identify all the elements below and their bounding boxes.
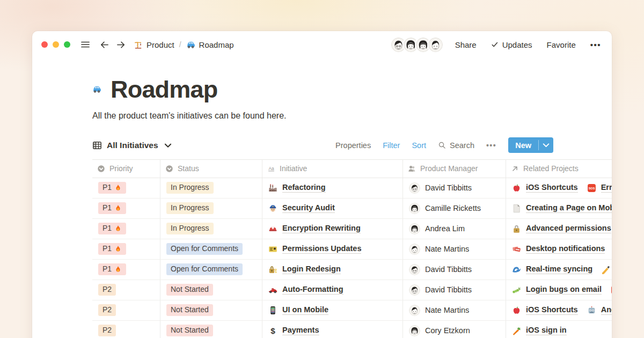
product-manager-cell[interactable]: Cory Etzkorn [402,321,506,338]
person-chip[interactable]: Nate Martins [409,305,469,316]
priority-cell[interactable]: P1 [92,239,160,259]
page-title[interactable]: Roadmap [111,76,217,103]
filter-button[interactable]: Filter [383,141,400,150]
page-link[interactable]: Login Redesign [268,264,341,274]
status-cell[interactable]: In Progress [160,219,262,239]
priority-cell[interactable]: P1 [92,199,160,218]
initiative-cell[interactable]: $Payments [262,321,402,338]
person-chip[interactable]: Cory Etzkorn [409,325,470,336]
page-link[interactable]: Permissions Updates [268,244,361,254]
view-more-options-button[interactable]: ••• [486,141,496,150]
new-button[interactable]: New [508,137,553,153]
page-link[interactable]: Encryption Rewriting [268,224,361,233]
related-page-link[interactable]: iOS Shortcuts [512,183,578,193]
new-button-label[interactable]: New [508,137,538,153]
priority-cell[interactable]: P1 [92,219,160,239]
related-projects-cell[interactable]: iOS sign in [506,321,612,338]
column-header-product-manager[interactable]: Product Manager [402,160,506,178]
related-projects-cell[interactable]: Login bugs on emailSOS [506,280,612,300]
product-manager-cell[interactable]: David Tibbitts [402,178,506,198]
minimize-window-button[interactable] [53,41,59,48]
page-link[interactable]: $Payments [268,326,319,335]
related-page-link[interactable]: iOS Shortcuts [512,305,578,315]
related-page-link[interactable]: Real-time syncing [512,264,592,274]
person-chip[interactable]: Andrea Lim [409,223,465,234]
related-page-link[interactable]: Desktop notifications [512,244,605,254]
page-link[interactable]: UI on Mobile [268,305,328,315]
status-cell[interactable]: Not Started [160,280,262,300]
related-page-link[interactable]: Login bugs on email [512,285,602,295]
status-cell[interactable]: Not Started [160,321,262,338]
priority-cell[interactable]: P1 [92,260,160,280]
sidebar-menu-icon[interactable] [80,39,91,50]
zoom-window-button[interactable] [64,41,70,48]
related-page-link[interactable]: Advanced permissions [512,224,611,233]
product-manager-cell[interactable]: David Tibbitts [402,280,506,300]
person-chip[interactable]: Camille Ricketts [409,203,481,214]
updates-button[interactable]: Updates [491,40,532,49]
related-page-link[interactable] [602,264,611,274]
product-manager-cell[interactable]: Nate Martins [402,239,506,259]
status-cell[interactable]: Open for Comments [160,260,262,280]
close-window-button[interactable] [41,41,48,48]
breadcrumb-item-roadmap[interactable]: Roadmap [186,40,234,49]
related-page-link[interactable]: Creating a Page on Mob [512,203,612,213]
view-switcher[interactable]: All Initiatives [92,141,173,150]
share-button[interactable]: Share [455,40,477,49]
column-label: Product Manager [420,164,478,173]
person-chip[interactable]: David Tibbitts [409,182,472,194]
product-manager-cell[interactable]: David Tibbitts [402,260,506,280]
page-link[interactable]: Security Audit [268,203,335,213]
initiative-cell[interactable]: Refactoring [262,178,402,198]
related-projects-cell[interactable]: Creating a Page on Mob [506,199,612,218]
product-manager-cell[interactable]: Andrea Lim [402,219,506,239]
initiative-cell[interactable]: Login Redesign [262,260,402,280]
related-page-link[interactable]: And [587,305,612,315]
forward-arrow-icon[interactable] [116,40,126,50]
initiative-cell[interactable]: Permissions Updates [262,239,402,259]
priority-cell[interactable]: P2 [92,321,160,338]
new-dropdown-button[interactable] [539,137,553,153]
favorite-button[interactable]: Favorite [547,40,576,49]
status-cell[interactable]: In Progress [160,178,262,198]
status-cell[interactable]: Open for Comments [160,239,262,259]
properties-button[interactable]: Properties [335,141,371,150]
sort-button[interactable]: Sort [412,141,426,150]
product-manager-cell[interactable]: Camille Ricketts [402,199,506,218]
more-options-button[interactable]: ••• [590,40,601,49]
initiative-cell[interactable]: UI on Mobile [262,300,402,320]
priority-cell[interactable]: P2 [92,280,160,300]
breadcrumb-item-product[interactable]: Product [134,40,174,49]
related-projects-cell[interactable]: Desktop notifications [506,239,612,259]
person-chip[interactable]: David Tibbitts [409,284,472,296]
person-chip[interactable]: David Tibbitts [409,264,472,275]
related-page-link[interactable]: iOS sign in [512,326,567,335]
column-header-related-projects[interactable]: Related Projects [506,160,612,178]
related-page-link[interactable]: SOSErro [587,183,612,193]
related-projects-cell[interactable]: iOS ShortcutsAnd [506,300,612,320]
status-cell[interactable]: Not Started [160,300,262,320]
back-arrow-icon[interactable] [99,40,109,50]
column-header-priority[interactable]: Priority [92,160,160,178]
car-icon[interactable] [92,85,101,94]
related-projects-cell[interactable]: Real-time syncing [506,260,612,280]
page-link[interactable]: Auto-Formatting [268,285,343,295]
related-projects-cell[interactable]: iOS ShortcutsSOSErro [506,178,612,198]
avatar[interactable] [427,36,444,53]
related-projects-cell[interactable]: Advanced permissions [506,219,612,239]
priority-cell[interactable]: P2 [92,300,160,320]
product-manager-cell[interactable]: Nate Martins [402,300,506,320]
status-cell[interactable]: In Progress [160,199,262,218]
column-header-initiative[interactable]: AaInitiative [262,160,402,178]
priority-cell[interactable]: P1 [92,178,160,198]
page-link[interactable]: Refactoring [268,183,326,193]
person-chip[interactable]: Nate Martins [409,244,469,255]
initiative-cell[interactable]: Security Audit [262,199,402,218]
status-tag: Not Started [166,304,213,317]
page-description[interactable]: All the product team's initiatives can b… [92,111,612,121]
related-page-link[interactable]: SOS [611,285,612,295]
search-button[interactable]: Search [438,141,474,150]
column-header-status[interactable]: Status [160,160,262,178]
initiative-cell[interactable]: Encryption Rewriting [262,219,402,239]
initiative-cell[interactable]: Auto-Formatting [262,280,402,300]
